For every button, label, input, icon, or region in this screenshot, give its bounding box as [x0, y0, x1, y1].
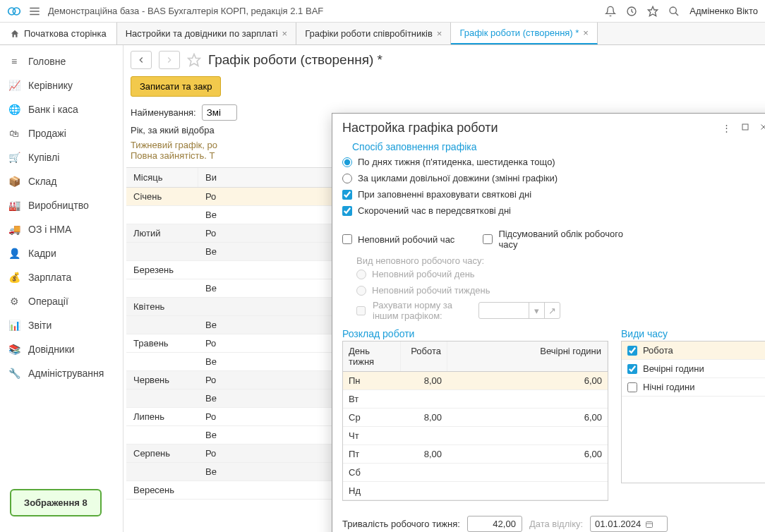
sidebar: ≡Головне📈Керівнику🌐Банк і каса🛍Продажі🛒К…	[0, 45, 124, 532]
time-type-row[interactable]: Вечірні години	[622, 360, 765, 378]
sidebar-icon: 📊	[8, 320, 20, 331]
svg-marker-9	[188, 54, 200, 66]
schedule-row[interactable]: Чт	[343, 427, 608, 445]
sidebar-item[interactable]: 📚Довідники	[0, 337, 123, 361]
parttime-type-label: Вид неповного робочого часу:	[356, 255, 765, 266]
check-parttime[interactable]: Неповний робочий час	[342, 226, 454, 253]
save-close-button[interactable]: Записати та закр	[131, 76, 221, 97]
time-types-heading: Види часу	[621, 327, 765, 341]
start-date-label: Дата відліку:	[529, 519, 583, 529]
radio-by-cycles[interactable]: За циклами довільної довжини (змінні гра…	[342, 170, 765, 186]
chevron-down-icon: ▾	[529, 303, 544, 318]
check-norm-other	[356, 306, 366, 315]
kebab-icon[interactable]: ⋮	[721, 121, 733, 135]
sidebar-icon: ⚙	[8, 296, 20, 307]
sidebar-item[interactable]: 📦Склад	[0, 169, 123, 193]
tab-home-label: Початкова сторінка	[24, 28, 107, 39]
week-duration-input[interactable]: 42,00	[467, 516, 522, 532]
sidebar-item[interactable]: 🚚ОЗ і НМА	[0, 217, 123, 241]
close-icon[interactable]: ×	[437, 28, 442, 39]
check-summarized[interactable]: Підсумований облік робочого часу	[483, 226, 765, 253]
close-icon[interactable]: ×	[583, 28, 589, 38]
norm-schedule-select: ▾ ↗	[478, 302, 560, 319]
close-modal-icon[interactable]	[758, 121, 765, 135]
name-input[interactable]	[202, 104, 237, 121]
sidebar-icon: 🏭	[8, 200, 20, 211]
schedule-row[interactable]: Пт8,006,00	[343, 445, 608, 464]
tab-work-schedules[interactable]: Графіки роботи співробітників ×	[296, 23, 451, 44]
schedule-row[interactable]: Пн8,006,00	[343, 372, 608, 390]
sidebar-item[interactable]: 📊Звіти	[0, 313, 123, 337]
svg-point-7	[670, 7, 676, 13]
sidebar-icon: 🛍	[8, 128, 20, 139]
sidebar-item[interactable]: 💰Зарплата	[0, 265, 123, 289]
sidebar-item[interactable]: ⚙Операції	[0, 289, 123, 313]
tab-home[interactable]: Початкова сторінка	[0, 23, 117, 44]
page-title: Графік роботи (створення) *	[208, 52, 382, 68]
tab-payroll-settings[interactable]: Настройки та довідники по зарплаті ×	[117, 23, 297, 44]
schedule-row[interactable]: Ср8,006,00	[343, 409, 608, 427]
home-icon	[10, 29, 20, 39]
sidebar-item[interactable]: 🔧Адміністрування	[0, 361, 123, 385]
svg-marker-6	[649, 6, 658, 16]
week-duration-label: Тривалість робочого тижня:	[342, 519, 460, 529]
sidebar-item[interactable]: 🌐Банк і каса	[0, 97, 123, 121]
sidebar-icon: 🔧	[8, 368, 20, 379]
nav-back-button[interactable]	[131, 51, 152, 69]
schedule-row[interactable]: Вт	[343, 390, 608, 409]
year-label: Рік, за який відобра	[131, 125, 215, 135]
arrow-left-icon	[136, 55, 146, 65]
svg-rect-12	[742, 124, 748, 130]
sidebar-item[interactable]: 👤Кадри	[0, 241, 123, 265]
sidebar-icon: ≡	[8, 56, 20, 67]
tab-schedule-create[interactable]: Графік роботи (створення) * ×	[451, 23, 598, 44]
modal-title: Настройка графіка роботи	[342, 121, 713, 135]
sidebar-icon: 🛒	[8, 152, 20, 163]
sidebar-item[interactable]: ≡Головне	[0, 49, 123, 73]
sidebar-icon: 🚚	[8, 224, 20, 235]
maximize-icon[interactable]	[740, 121, 751, 135]
sidebar-item[interactable]: 🛒Купівлі	[0, 145, 123, 169]
star-icon[interactable]	[647, 6, 658, 17]
calendar-icon	[645, 520, 653, 528]
sidebar-icon: 📚	[8, 344, 20, 355]
name-label: Найменування:	[131, 107, 196, 118]
sidebar-icon: 💰	[8, 272, 20, 283]
sidebar-item[interactable]: 🛍Продажі	[0, 121, 123, 145]
sidebar-icon: 👤	[8, 248, 20, 259]
user-name[interactable]: Адміненко Вікто	[689, 6, 758, 16]
schedule-row[interactable]: Сб	[343, 464, 608, 482]
nav-forward-button[interactable]	[159, 51, 180, 69]
svg-rect-15	[646, 521, 653, 527]
sidebar-icon: 📦	[8, 176, 20, 187]
start-date-input[interactable]: 01.01.2024	[590, 516, 668, 532]
check-preholiday[interactable]: Скорочений час в передсвяткові дні	[342, 202, 765, 219]
hamburger-icon[interactable]	[28, 5, 41, 18]
bell-icon[interactable]	[605, 6, 616, 17]
svg-line-8	[675, 13, 678, 16]
sidebar-icon: 📈	[8, 80, 20, 91]
sidebar-item[interactable]: 🏭Виробництво	[0, 193, 123, 217]
sidebar-item[interactable]: 📈Керівнику	[0, 73, 123, 97]
sidebar-icon: 🌐	[8, 104, 20, 115]
open-icon: ↗	[544, 303, 560, 318]
svg-point-1	[13, 8, 20, 15]
time-type-row[interactable]: Робота	[622, 341, 765, 360]
history-icon[interactable]	[626, 6, 637, 17]
image-badge: Зображення 8	[10, 489, 102, 516]
time-types-list[interactable]: РоботаВечірні годиниНічні години	[621, 341, 765, 483]
radio-partial-day: Неповний робочий день	[356, 266, 765, 282]
app-title: Демонстраційна база - BAS Бухгалтерія КО…	[48, 6, 598, 16]
fill-method-heading: Спосіб заповнення графіка	[342, 140, 765, 154]
check-holidays[interactable]: При заповненні враховувати святкові дні	[342, 186, 765, 202]
time-type-row[interactable]: Нічні години	[622, 378, 765, 397]
star-outline-icon[interactable]	[187, 53, 201, 67]
arrow-right-icon	[164, 55, 174, 65]
schedule-settings-modal: Настройка графіка роботи ⋮ Спосіб заповн…	[332, 113, 765, 532]
schedule-row[interactable]: Нд	[343, 482, 608, 500]
app-logo-icon	[7, 4, 21, 18]
schedule-table[interactable]: День тижня Робота Вечірні години Пн8,006…	[342, 341, 608, 501]
close-icon[interactable]: ×	[282, 28, 288, 39]
radio-by-weekdays[interactable]: По днях тижня (п'ятиденка, шестиденка то…	[342, 154, 765, 170]
search-icon[interactable]	[668, 6, 680, 17]
